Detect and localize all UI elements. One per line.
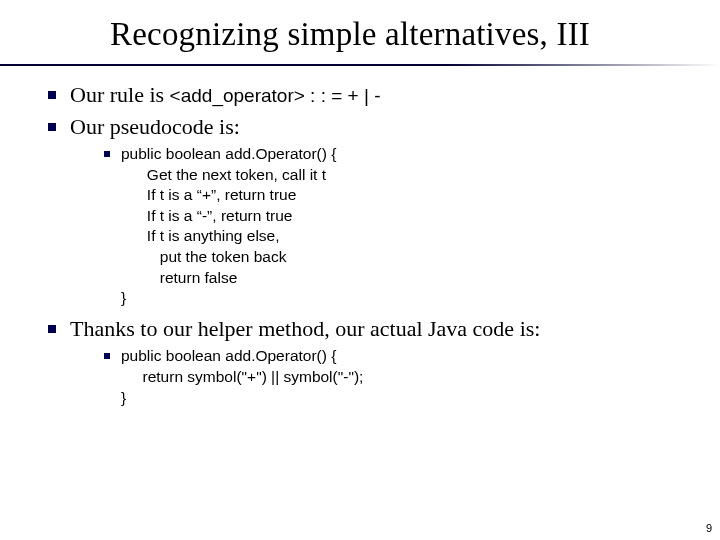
square-bullet-icon (48, 325, 56, 333)
bullet-pseudo-intro: Our pseudocode is: (48, 113, 690, 141)
java-text: public boolean add.Operator() { return s… (121, 346, 363, 408)
pseudocode-text: public boolean add.Operator() { Get the … (121, 144, 336, 309)
bullet-java-intro: Thanks to our helper method, our actual … (48, 315, 690, 343)
slide-title: Recognizing simple alternatives, III (0, 0, 720, 59)
square-bullet-icon (104, 151, 110, 157)
title-underline (0, 64, 720, 66)
java-item: public boolean add.Operator() { return s… (104, 346, 690, 408)
slide-body: Our rule is <add_operator> : : = + | - O… (0, 59, 720, 408)
page-number: 9 (706, 522, 712, 534)
bullet-java-intro-text: Thanks to our helper method, our actual … (70, 315, 690, 343)
java-block: public boolean add.Operator() { return s… (48, 346, 690, 408)
pseudocode-block: public boolean add.Operator() { Get the … (48, 144, 690, 309)
square-bullet-icon (48, 123, 56, 131)
bullet-rule-prefix: Our rule is (70, 82, 170, 107)
slide: Recognizing simple alternatives, III Our… (0, 0, 720, 540)
bullet-rule: Our rule is <add_operator> : : = + | - (48, 81, 690, 109)
square-bullet-icon (104, 353, 110, 359)
bullet-rule-text: Our rule is <add_operator> : : = + | - (70, 81, 690, 109)
pseudocode-item: public boolean add.Operator() { Get the … (104, 144, 690, 309)
bullet-pseudo-intro-text: Our pseudocode is: (70, 113, 690, 141)
square-bullet-icon (48, 91, 56, 99)
bullet-rule-grammar: <add_operator> : : = + | - (170, 85, 381, 106)
